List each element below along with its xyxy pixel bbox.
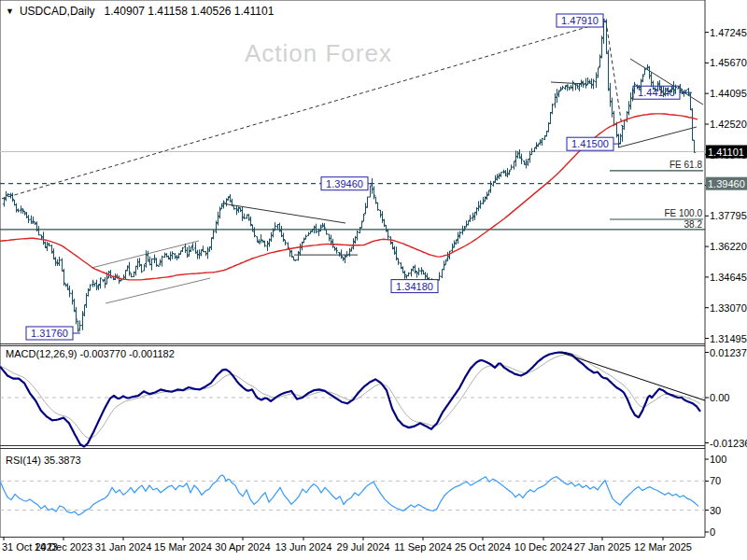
label-text: 1.34180: [396, 281, 433, 292]
date-label[interactable]: 12 Mar 2025: [634, 541, 692, 553]
macd-panel: 0.0123750.00-0.012367: [0, 347, 747, 449]
y-axis-label: 1.37795: [710, 210, 747, 221]
y-axis-label: 1.34645: [710, 272, 747, 283]
y-axis-label: 1.47245: [710, 27, 747, 38]
channel-lower[interactable]: [106, 278, 210, 303]
date-label[interactable]: 14 Dec 2023: [35, 541, 92, 553]
macd-signal-line: [0, 355, 700, 439]
price-label-1.34180[interactable]: 1.34180: [391, 280, 438, 293]
fib-label: 38.2: [684, 219, 703, 230]
watermark: Action Forex: [245, 39, 392, 68]
date-axis: 31 Oct 202314 Dec 202331 Jan 202415 Mar …: [2, 538, 692, 553]
chart-frame: [0, 0, 705, 538]
price-label-1.39460[interactable]: 1.39460: [321, 177, 373, 190]
label-text: 1.47910: [561, 15, 599, 26]
current-price-text: 1.41101: [708, 147, 744, 158]
symbol-label: USDCAD,Daily: [20, 5, 95, 18]
date-label[interactable]: 30 Apr 2024: [215, 541, 270, 553]
price-y-axis: 1.472451.456701.440951.425201.409451.393…: [705, 27, 747, 344]
price-label-1.31760[interactable]: 1.31760: [26, 327, 80, 340]
y-axis-label: 1.45670: [710, 57, 747, 68]
ohlc-quotes: 1.40907 1.41158 1.40526 1.41101: [105, 5, 275, 18]
macd-axis-label: -0.012367: [710, 438, 747, 449]
rsi-axis-label: 30: [710, 505, 721, 516]
macd-descending-trendline[interactable]: [560, 353, 705, 401]
highlight-price-text: 1.39460: [708, 178, 745, 189]
chart-title-bar: ▼USDCAD,Daily1.40907 1.41158 1.40526 1.4…: [6, 5, 274, 18]
label-text: 1.44140: [638, 87, 675, 98]
y-axis-label: 1.31495: [710, 333, 747, 344]
macd-axis-label: 0.012375: [710, 347, 747, 358]
mid-descending-top[interactable]: [222, 203, 345, 223]
date-label[interactable]: 11 Sep 2024: [394, 541, 452, 553]
date-label[interactable]: 13 Jun 2024: [275, 541, 332, 553]
y-axis-label: 1.33070: [710, 302, 747, 314]
date-label[interactable]: 10 Dec 2024: [514, 541, 572, 553]
price-label-1.41500[interactable]: 1.41500: [567, 137, 620, 150]
rsi-axis-label: 70: [710, 475, 721, 486]
chart-canvas: FE 61.8FE 100.038.21.441401.479101.41500…: [0, 0, 747, 560]
date-label[interactable]: 25 Oct 2024: [455, 541, 511, 553]
date-label[interactable]: 15 Mar 2024: [154, 541, 212, 553]
label-text: 1.31760: [31, 328, 68, 339]
fib-label: FE 61.8: [669, 160, 702, 170]
rsi-panel-header: RSI(14) 35.3873: [6, 455, 81, 466]
symbol-dropdown-icon[interactable]: ▼: [6, 7, 14, 16]
trading-chart-window: FE 61.8FE 100.038.21.441401.479101.41500…: [0, 0, 747, 560]
rsi-panel: 10070300: [0, 454, 726, 538]
date-label[interactable]: 29 Jul 2024: [337, 541, 390, 553]
y-axis-label: 1.42520: [710, 119, 747, 130]
rsi-axis-label: 100: [710, 454, 726, 465]
date-label[interactable]: 27 Jan 2025: [574, 541, 631, 553]
price-label-1.47910[interactable]: 1.47910: [557, 14, 605, 27]
y-axis-label: 1.36220: [710, 241, 747, 252]
date-label[interactable]: 31 Jan 2024: [95, 541, 152, 553]
y-axis-label: 1.44095: [710, 88, 747, 99]
macd-panel-header: MACD(12,26,9) -0.003770 -0.001182: [6, 348, 175, 359]
label-text: 1.39460: [326, 178, 363, 189]
macd-axis-label: 0.00: [710, 392, 729, 403]
label-text: 1.41500: [571, 138, 609, 149]
rsi-axis-label: 0: [710, 526, 715, 538]
wedge-rising-support[interactable]: [618, 127, 697, 147]
fib-label: FE 100.0: [664, 208, 702, 218]
